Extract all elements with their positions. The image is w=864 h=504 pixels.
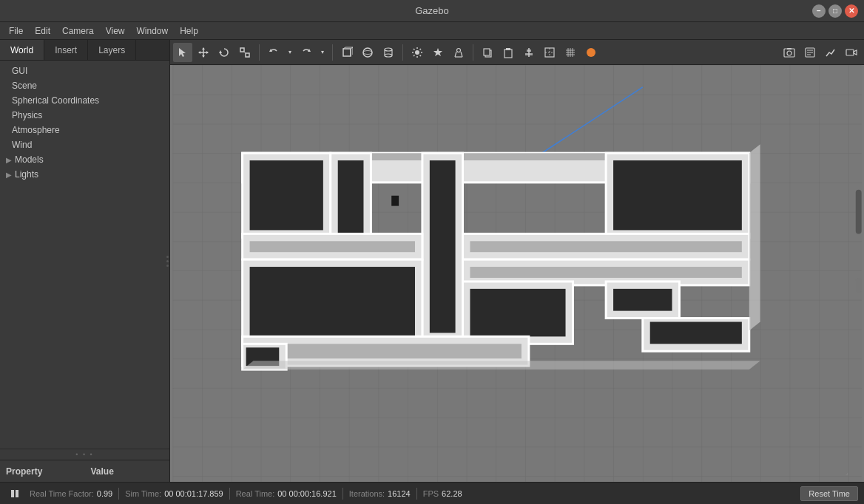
pause-button[interactable] bbox=[6, 485, 24, 503]
tree-item-atmosphere[interactable]: Atmosphere bbox=[0, 123, 169, 137]
lights-expand-icon: ▶ bbox=[6, 171, 12, 179]
tree-item-spherical-coordinates[interactable]: Spherical Coordinates bbox=[0, 93, 169, 108]
redo-dropdown-button[interactable]: ▾ bbox=[317, 43, 328, 62]
panel-tabs: World Insert Layers bbox=[0, 40, 169, 61]
log-button[interactable] bbox=[800, 43, 820, 62]
copy-button[interactable] bbox=[478, 43, 497, 62]
rotate-icon bbox=[218, 47, 230, 58]
video-button[interactable] bbox=[842, 43, 861, 62]
fps-label: FPS bbox=[423, 489, 439, 498]
paste-icon bbox=[502, 47, 514, 58]
translate-icon bbox=[198, 47, 209, 58]
paste-button[interactable] bbox=[499, 43, 518, 62]
close-button[interactable]: ✕ bbox=[845, 4, 858, 18]
redo-icon bbox=[300, 47, 312, 58]
menu-window[interactable]: Window bbox=[131, 24, 175, 38]
real-time-value: 00 00:00:16.921 bbox=[277, 489, 337, 498]
svg-rect-83 bbox=[250, 267, 415, 340]
svg-rect-99 bbox=[856, 190, 862, 234]
tree-item-gui[interactable]: GUI bbox=[0, 64, 169, 78]
tab-insert[interactable]: Insert bbox=[44, 40, 88, 60]
tree-item-lights[interactable]: ▶ Lights bbox=[0, 167, 169, 182]
svg-rect-7 bbox=[240, 48, 244, 52]
svg-marker-96 bbox=[749, 144, 760, 330]
iterations-label: Iterations: bbox=[349, 489, 385, 498]
color-button[interactable] bbox=[581, 43, 601, 62]
svg-point-18 bbox=[363, 48, 372, 57]
svg-rect-42 bbox=[527, 50, 531, 52]
maximize-button[interactable]: □ bbox=[828, 4, 842, 18]
svg-rect-61 bbox=[846, 50, 854, 55]
title-bar: Gazebo − □ ✕ bbox=[0, 0, 864, 22]
plot-button[interactable] bbox=[821, 43, 840, 62]
screenshot-button[interactable] bbox=[780, 43, 799, 62]
real-time-factor-label: Real Time Factor: bbox=[30, 489, 94, 498]
separator-2 bbox=[332, 44, 333, 61]
select-tool-button[interactable] bbox=[173, 43, 192, 62]
scale-tool-button[interactable] bbox=[235, 43, 254, 62]
tab-world[interactable]: World bbox=[0, 40, 44, 60]
select-icon bbox=[177, 47, 189, 58]
spot-light-icon bbox=[453, 47, 465, 58]
minimize-button[interactable]: − bbox=[812, 4, 826, 18]
svg-rect-81 bbox=[470, 241, 741, 252]
window-controls: − □ ✕ bbox=[812, 4, 858, 18]
svg-rect-39 bbox=[504, 50, 512, 58]
separator-4 bbox=[473, 44, 473, 61]
tree-item-wind[interactable]: Wind bbox=[0, 137, 169, 152]
pause-icon bbox=[10, 488, 20, 499]
snap2-button[interactable] bbox=[561, 43, 580, 62]
property-col-value: Value bbox=[85, 463, 170, 480]
real-time-factor-value: 0.99 bbox=[97, 489, 112, 498]
panel-resize-handle[interactable] bbox=[166, 40, 169, 482]
svg-point-19 bbox=[363, 50, 372, 54]
property-panel: Property Value bbox=[0, 460, 169, 482]
tree-item-scene[interactable]: Scene bbox=[0, 78, 169, 93]
svg-marker-6 bbox=[219, 50, 222, 53]
sim-time-label: Sim Time: bbox=[125, 489, 161, 498]
menu-edit[interactable]: Edit bbox=[29, 24, 56, 38]
menu-help[interactable]: Help bbox=[174, 24, 204, 38]
spot-light-button[interactable] bbox=[449, 43, 468, 62]
svg-rect-91 bbox=[650, 322, 742, 344]
reset-time-button[interactable]: Reset Time bbox=[800, 486, 858, 501]
svg-line-35 bbox=[461, 52, 462, 57]
svg-line-34 bbox=[455, 52, 456, 57]
canvas-area[interactable]: ⌟ bbox=[170, 65, 864, 482]
svg-point-55 bbox=[787, 51, 792, 55]
log-icon bbox=[804, 47, 816, 58]
translate-tool-button[interactable] bbox=[194, 43, 213, 62]
scale-icon bbox=[239, 47, 251, 58]
tree-item-physics[interactable]: Physics bbox=[0, 108, 169, 123]
svg-marker-2 bbox=[202, 47, 205, 50]
menu-file[interactable]: File bbox=[3, 24, 29, 38]
left-panel: World Insert Layers GUI Scene Spherical … bbox=[0, 40, 170, 482]
cylinder-tool-button[interactable] bbox=[379, 43, 398, 62]
video-icon bbox=[846, 47, 857, 58]
svg-line-32 bbox=[414, 55, 415, 56]
menu-view[interactable]: View bbox=[100, 24, 131, 38]
redo-button[interactable] bbox=[297, 43, 316, 62]
menu-camera[interactable]: Camera bbox=[56, 24, 100, 38]
svg-line-29 bbox=[414, 49, 415, 50]
align-button[interactable] bbox=[519, 43, 539, 62]
real-time-label: Real Time: bbox=[236, 489, 275, 498]
svg-line-9 bbox=[244, 52, 246, 53]
undo-dropdown-button[interactable]: ▾ bbox=[285, 43, 295, 62]
directional-light-button[interactable] bbox=[408, 43, 427, 62]
svg-rect-71 bbox=[613, 160, 742, 230]
viewport-area: ▾ ▾ bbox=[170, 40, 864, 482]
tree-item-models[interactable]: ▶ Models bbox=[0, 152, 169, 167]
rotate-tool-button[interactable] bbox=[215, 43, 234, 62]
point-light-button[interactable] bbox=[428, 43, 448, 62]
tab-layers[interactable]: Layers bbox=[88, 40, 136, 60]
resize-dot bbox=[166, 256, 169, 258]
resize-dot bbox=[166, 260, 169, 262]
toolbar: ▾ ▾ bbox=[170, 40, 864, 65]
svg-rect-100 bbox=[856, 278, 862, 293]
undo-button[interactable] bbox=[264, 43, 283, 62]
sphere-tool-button[interactable] bbox=[358, 43, 377, 62]
right-tools bbox=[780, 43, 861, 62]
box-tool-button[interactable] bbox=[337, 43, 357, 62]
snap-button[interactable] bbox=[540, 43, 559, 62]
